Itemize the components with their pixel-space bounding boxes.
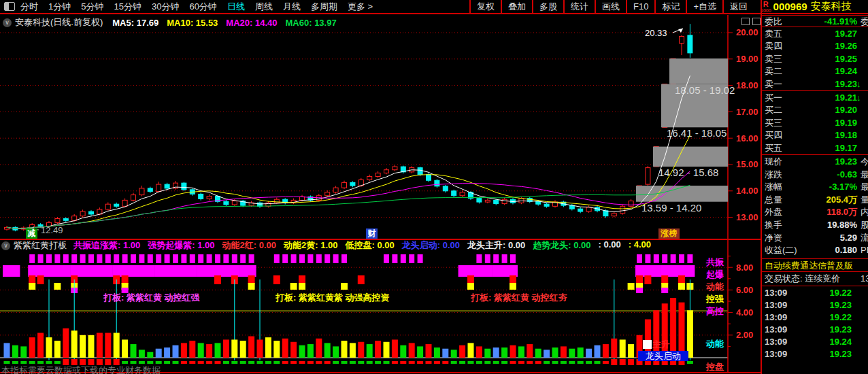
indicator-row-label-0: 共振 — [706, 256, 727, 269]
stock-identity: R1000 000969 安泰科技 — [761, 0, 868, 13]
period-menu: 分时1分钟5分钟15分钟30分钟60分钟日线周线月线多周期更多 > — [20, 1, 383, 13]
trade-price: 19.23 — [829, 348, 852, 360]
stat-row-4-extra: 内 — [861, 206, 868, 219]
main-chart-canvas[interactable]: 20.0019.0018.0017.0016.0015.0014.0013.00… — [0, 15, 761, 239]
restore-icon[interactable] — [741, 18, 750, 25]
sell-row-1-label: 卖一 — [765, 78, 782, 90]
trade-price: 19.23 — [829, 299, 852, 311]
sell-row-5-label: 卖五 — [765, 28, 782, 40]
svg-text:16.00: 16.00 — [736, 133, 758, 143]
toolbar-button-7[interactable]: +自选 — [686, 0, 722, 13]
buy-row-1: 买一19.21↓ — [762, 92, 868, 104]
trade-row-4: 13:0919.24 — [762, 336, 868, 348]
ma-legend: MA5: 17.69MA10: 15.53MA20: 14.40MA60: 13… — [112, 18, 344, 28]
menu-item-1[interactable]: 1分钟 — [48, 1, 71, 13]
margin-flag-icon: R1000 — [761, 1, 771, 13]
maximize-icon[interactable] — [752, 18, 761, 25]
ma-label-0: MA5: 17.69 — [112, 18, 158, 28]
toolbar-button-4[interactable]: 画线 — [595, 0, 626, 13]
menu-item-8[interactable]: 月线 — [283, 1, 301, 13]
toolbar: 分时1分钟5分钟15分钟30分钟60分钟日线周线月线多周期更多 > 复权叠加多股… — [0, 0, 868, 14]
stat-row-6-extra: 流 — [861, 232, 868, 245]
menu-item-6[interactable]: 日线 — [227, 1, 245, 13]
indicator-row-label-1: 起爆 — [706, 269, 727, 281]
separator-line — [762, 90, 868, 91]
toolbar-button-5[interactable]: F10 — [626, 0, 654, 13]
chevron-down-icon[interactable]: ∨ — [1, 241, 10, 250]
trade-price: 19.22 — [829, 311, 852, 324]
menu-item-2[interactable]: 5分钟 — [81, 1, 103, 13]
svg-text:15.00: 15.00 — [736, 159, 758, 169]
menu-item-4[interactable]: 30分钟 — [152, 1, 179, 13]
stat-row-3-label: 总量 — [765, 194, 782, 207]
event-flag-财[interactable]: 财 — [366, 228, 378, 239]
indicator-param-0: 共振追涨紫: 1.00 — [73, 239, 140, 252]
stat-row-6-label: 净资 — [765, 232, 782, 245]
ma-label-2: MA20: 14.40 — [226, 18, 277, 28]
stat-row-3-value: 205.4万 — [826, 194, 857, 207]
event-flag-涨榜[interactable]: 涨榜 — [658, 228, 680, 239]
stat-row-4: 外盘118.0万内 — [762, 206, 868, 219]
buy-row-2-value: 19.20 — [835, 104, 857, 116]
toolbar-button-1[interactable]: 叠加 — [501, 0, 532, 13]
stat-row-7-extra: PE — [861, 244, 868, 257]
event-flag-减[interactable]: 减 — [26, 228, 37, 239]
indicator-params: 共振追涨紫: 1.00强势起爆紫: 1.00动能2红: 0.00动能2黄: 1.… — [73, 239, 658, 252]
indicator-row-label-2: 动能 — [706, 281, 727, 293]
buy-row-1-value: 19.21 — [835, 92, 857, 104]
buy-row-2: 买二19.20 — [762, 104, 868, 116]
renewal-banner[interactable]: 自动续费通达信普及版 — [762, 258, 868, 272]
stat-row-1-extra: 最 — [861, 169, 868, 182]
stat-row-7-value: 0.180 — [835, 244, 857, 257]
trade-time: 13:09 — [765, 348, 787, 360]
buy-row-5-label: 买五 — [765, 142, 782, 154]
toolbar-button-8[interactable]: 返回 — [722, 0, 754, 13]
renewal-banner-label: 自动续费通达信普及版 — [765, 259, 853, 273]
quote-panel: 委比-41.91%委卖五19.27卖四19.26卖三19.25卖二19.24卖一… — [762, 15, 868, 374]
buy-row-4: 买四19.18 — [762, 129, 868, 141]
layout-icon[interactable] — [4, 2, 15, 11]
indicator-canvas[interactable]: 8.006.004.002.00打板: 紫紫红黄 动控红强打板: 紫紫红黄紫 动… — [0, 240, 761, 373]
toolbar-buttons: 复权叠加多股统计画线F10标记+自选返回 — [469, 0, 754, 13]
toolbar-button-2[interactable]: 多股 — [532, 0, 563, 13]
toolbar-button-0[interactable]: 复权 — [469, 0, 501, 13]
menu-item-9[interactable]: 多周期 — [311, 1, 337, 13]
trade-time: 13:09 — [765, 324, 787, 336]
svg-text:4.00: 4.00 — [736, 307, 753, 318]
stat-row-0-value: 19.23 — [835, 156, 857, 169]
svg-text:打板: 紫紫红黄紫 动强高控资: 打板: 紫紫红黄紫 动强高控资 — [275, 292, 390, 303]
indicator-param-4: 低控盘: 0.00 — [345, 239, 394, 252]
trade-price: 19.24 — [829, 336, 852, 348]
down-arrow-icon: ↓ — [856, 92, 861, 104]
stat-row-5: 换手19.88%股 — [762, 219, 868, 232]
menu-item-0[interactable]: 分时 — [20, 1, 38, 13]
toolbar-button-3[interactable]: 统计 — [563, 0, 595, 13]
menu-item-7[interactable]: 周线 — [255, 1, 273, 13]
stat-row-0-label: 现价 — [765, 156, 782, 169]
trade-row-3: 13:0919.23 — [762, 324, 868, 336]
menu-item-10[interactable]: 更多 > — [348, 1, 373, 13]
ma-label-3: MA60: 13.97 — [286, 18, 337, 28]
sell-row-4-label: 卖四 — [765, 40, 782, 52]
down-arrow-icon: ↓ — [856, 78, 861, 90]
trade-status-row-label: 交易状态: 连续竞价 — [765, 272, 840, 286]
sell-row-3: 卖三19.25 — [762, 53, 868, 65]
menu-item-5[interactable]: 60分钟 — [189, 1, 216, 13]
trade-status-row-extra: 13 — [861, 272, 868, 286]
chevron-down-icon[interactable]: ∨ — [3, 18, 12, 27]
stat-row-0: 现价19.23今 — [762, 156, 868, 169]
stat-row-2-extra: 最 — [861, 181, 868, 194]
sell-row-1: 卖一19.23↓ — [762, 78, 868, 90]
buy-row-3: 买三19.19 — [762, 117, 868, 129]
menu-item-3[interactable]: 15分钟 — [114, 1, 141, 13]
weibi-row-label: 委比 — [765, 16, 782, 28]
trade-row-2: 13:0919.22 — [762, 311, 868, 324]
stock-code: 000969 — [773, 1, 807, 12]
toolbar-button-6[interactable]: 标记 — [654, 0, 686, 13]
svg-text:主升: 主升 — [652, 339, 670, 350]
trade-time: 13:09 — [765, 336, 787, 348]
trade-time: 13:09 — [765, 299, 787, 311]
stat-row-2-value: -3.17% — [829, 181, 857, 194]
weibi-row-value: -41.91% — [824, 16, 857, 28]
stat-row-0-extra: 今 — [861, 156, 868, 169]
